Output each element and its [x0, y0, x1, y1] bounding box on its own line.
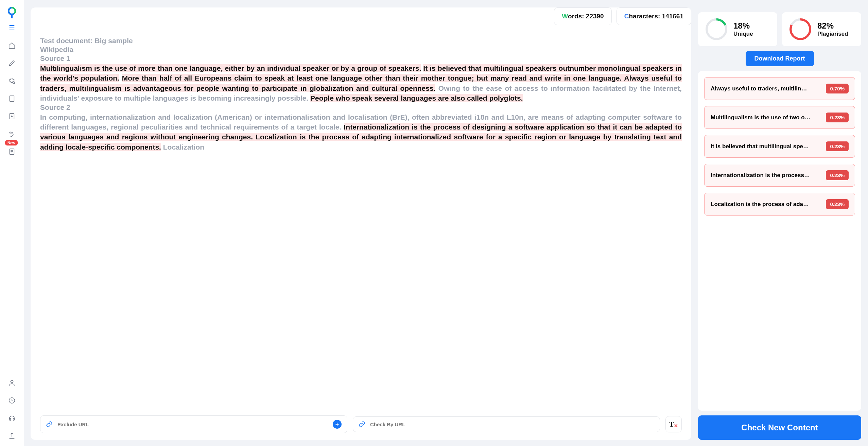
extension-icon[interactable] — [8, 77, 16, 85]
matches-list[interactable]: Always useful to traders, multilin…0.70%… — [698, 71, 861, 411]
chars-stat: Characters: 141661 — [617, 7, 691, 25]
exclude-url-input[interactable] — [57, 422, 328, 427]
edit-icon[interactable] — [8, 59, 16, 67]
svg-point-2 — [13, 82, 15, 84]
upload-icon[interactable] — [8, 432, 16, 440]
source-label: Source 2 — [40, 103, 682, 112]
svg-point-7 — [11, 380, 13, 383]
home-icon[interactable] — [8, 41, 16, 50]
match-item[interactable]: Always useful to traders, multilin…0.70% — [704, 77, 855, 100]
match-item[interactable]: Multilingualism is the use of two o…0.23… — [704, 106, 855, 129]
link-icon — [359, 421, 365, 428]
clear-formatting-button[interactable]: T✕ — [665, 416, 682, 432]
editor-body[interactable]: Test document: Big sample Wikipedia Sour… — [31, 30, 691, 410]
download-doc-icon[interactable] — [8, 112, 16, 120]
check-new-content-button[interactable]: Check New Content — [698, 415, 861, 440]
svg-rect-3 — [10, 96, 14, 102]
support-icon[interactable] — [8, 414, 16, 422]
user-icon[interactable] — [8, 379, 16, 387]
svg-text:abc: abc — [9, 132, 13, 135]
doc-title: Test document: Big sample — [40, 37, 682, 45]
add-url-button[interactable]: + — [333, 420, 342, 429]
document-icon[interactable] — [8, 95, 16, 103]
editor-panel: Words: 22390 Characters: 141661 Test doc… — [31, 7, 691, 440]
sidebar: ☰ abc New — [0, 0, 24, 446]
reports-icon[interactable]: New — [8, 148, 16, 156]
gauges-row: 18%Unique 82%Plagiarised — [698, 12, 861, 46]
history-icon[interactable] — [8, 396, 16, 405]
logo — [6, 6, 18, 18]
editor-footer: + T✕ — [31, 410, 691, 440]
plagiarised-gauge: 82%Plagiarised — [782, 12, 861, 46]
spellcheck-icon[interactable]: abc — [8, 130, 16, 138]
match-item[interactable]: Localization is the process of ada…0.23% — [704, 193, 855, 216]
unique-gauge: 18%Unique — [698, 12, 777, 46]
menu-toggle-icon[interactable]: ☰ — [9, 24, 15, 32]
download-report-button[interactable]: Download Report — [746, 51, 814, 66]
match-item[interactable]: Internationalization is the process…0.23… — [704, 164, 855, 187]
main-area: Words: 22390 Characters: 141661 Test doc… — [24, 0, 868, 446]
results-panel: Plagiarism Alerts 18%Unique — [698, 7, 861, 440]
new-badge: New — [5, 140, 18, 145]
match-item[interactable]: It is believed that multilingual spe…0.2… — [704, 135, 855, 158]
gauge-icon — [704, 17, 729, 41]
check-url-field[interactable] — [353, 416, 660, 432]
exclude-url-field[interactable]: + — [40, 415, 347, 433]
gauge-icon — [788, 17, 813, 41]
words-stat: Words: 22390 — [554, 7, 612, 25]
link-icon — [46, 421, 53, 428]
check-url-input[interactable] — [370, 422, 654, 427]
doc-paragraph: In computing, internationalization and l… — [40, 112, 682, 152]
doc-subtitle: Wikipedia — [40, 46, 682, 54]
source-label: Source 1 — [40, 54, 682, 63]
doc-paragraph: Multilingualism is the use of more than … — [40, 63, 682, 103]
